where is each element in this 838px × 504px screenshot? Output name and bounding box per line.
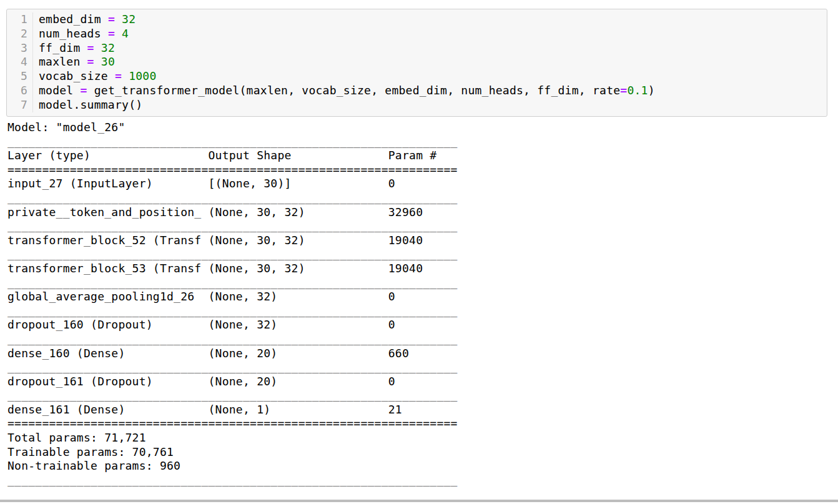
code-line-text: maxlen = 30 bbox=[33, 55, 115, 69]
code-line-text: embed_dim = 32 bbox=[33, 12, 136, 27]
code-line: 7model.summary() bbox=[7, 98, 827, 112]
code-cell[interactable]: 1embed_dim = 322num_heads = 43ff_dim = 3… bbox=[6, 9, 827, 117]
next-cell-top-edge bbox=[0, 500, 838, 502]
code-line: 1embed_dim = 32 bbox=[7, 12, 827, 27]
line-number: 3 bbox=[7, 41, 33, 56]
code-line: 4maxlen = 30 bbox=[7, 55, 827, 69]
code-line-text: num_heads = 4 bbox=[33, 27, 129, 41]
line-number: 4 bbox=[7, 55, 33, 69]
code-line: 3ff_dim = 32 bbox=[7, 41, 827, 56]
code-line: 6model = get_transformer_model(maxlen, v… bbox=[7, 84, 827, 98]
line-number: 7 bbox=[7, 98, 33, 112]
code-line-text: ff_dim = 32 bbox=[33, 41, 115, 56]
line-number: 2 bbox=[7, 27, 33, 41]
line-number: 6 bbox=[7, 84, 33, 98]
code-line-text: model.summary() bbox=[33, 98, 142, 112]
model-summary-output: Model: "model_26" ______________________… bbox=[7, 121, 458, 487]
line-number: 1 bbox=[7, 12, 33, 27]
code-line: 5vocab_size = 1000 bbox=[7, 69, 827, 84]
code-line-text: model = get_transformer_model(maxlen, vo… bbox=[33, 84, 655, 98]
line-number: 5 bbox=[7, 69, 33, 84]
code-line: 2num_heads = 4 bbox=[7, 27, 827, 41]
code-line-text: vocab_size = 1000 bbox=[33, 69, 157, 84]
notebook-page: 1embed_dim = 322num_heads = 43ff_dim = 3… bbox=[0, 0, 838, 504]
code-editor[interactable]: 1embed_dim = 322num_heads = 43ff_dim = 3… bbox=[7, 12, 827, 112]
